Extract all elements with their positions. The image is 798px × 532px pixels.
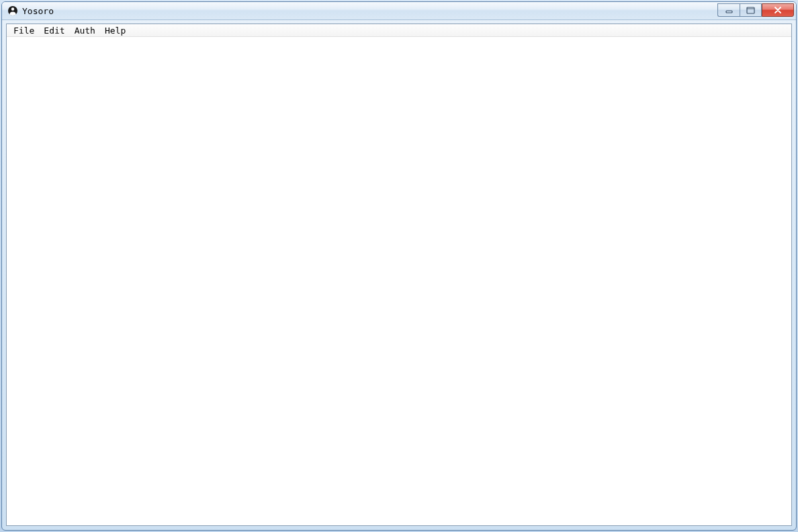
maximize-button[interactable]: [740, 3, 762, 17]
content-frame: File Edit Auth Help: [6, 24, 792, 526]
menu-edit[interactable]: Edit: [40, 25, 69, 36]
close-button[interactable]: [762, 3, 794, 17]
app-icon: [7, 5, 18, 16]
menu-file[interactable]: File: [9, 25, 38, 36]
svg-point-1: [11, 7, 14, 10]
svg-rect-3: [747, 7, 754, 13]
title-bar[interactable]: Yosoro: [2, 2, 796, 20]
window-controls: [717, 3, 794, 17]
menu-auth[interactable]: Auth: [71, 25, 99, 36]
app-content: [7, 37, 791, 525]
menu-help[interactable]: Help: [101, 25, 130, 36]
minimize-button[interactable]: [717, 3, 740, 17]
svg-rect-2: [726, 11, 732, 13]
menu-bar: File Edit Auth Help: [7, 24, 791, 37]
window-frame: Yosoro File Edit A: [1, 1, 797, 531]
window-title: Yosoro: [22, 6, 717, 16]
